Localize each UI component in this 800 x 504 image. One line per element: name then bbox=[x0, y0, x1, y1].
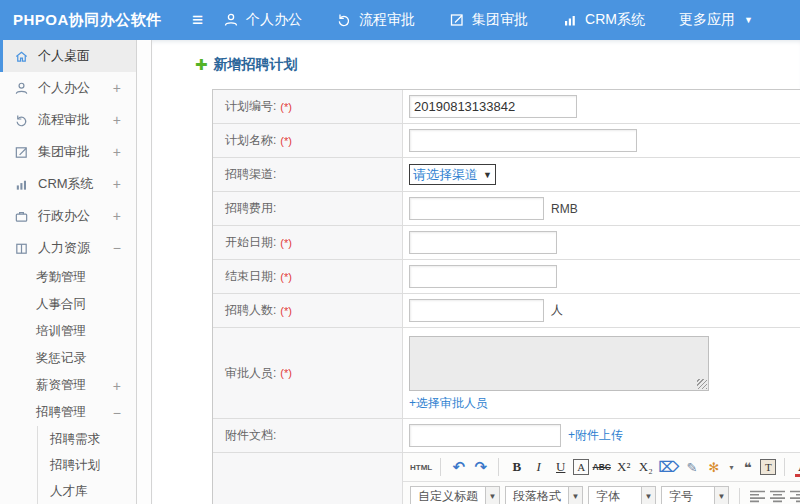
collapse-icon[interactable]: − bbox=[113, 405, 121, 421]
sidebar-item-recruit-plan[interactable]: 招聘计划 bbox=[38, 452, 136, 478]
field-label: 审批人员: bbox=[225, 365, 276, 382]
bold-icon[interactable]: B bbox=[507, 457, 526, 477]
collapse-icon[interactable]: − bbox=[113, 240, 121, 256]
font-color-icon[interactable]: A bbox=[793, 457, 800, 477]
superscript-icon[interactable]: X² bbox=[614, 457, 633, 477]
user-icon bbox=[223, 12, 239, 28]
toolbar-separator bbox=[784, 458, 785, 476]
edit-icon bbox=[13, 144, 29, 160]
align-left-icon[interactable] bbox=[750, 490, 765, 503]
sidebar-item-group-approval[interactable]: 集团审批 + bbox=[0, 136, 136, 168]
blockquote-icon[interactable]: ❝ bbox=[738, 457, 757, 477]
plan-number-input[interactable] bbox=[409, 95, 577, 118]
plan-name-input[interactable] bbox=[409, 129, 637, 152]
italic-icon[interactable]: I bbox=[529, 457, 548, 477]
chart-icon bbox=[13, 176, 29, 192]
nav-item-process-approval[interactable]: 流程审批 bbox=[336, 11, 415, 29]
align-center-icon[interactable] bbox=[770, 490, 785, 503]
nav-item-personal-office[interactable]: 个人办公 bbox=[223, 11, 302, 29]
auto-clean-icon[interactable]: ✻ bbox=[704, 457, 723, 477]
home-icon bbox=[13, 48, 29, 64]
underline-icon[interactable]: U bbox=[551, 457, 570, 477]
sidebar-item-attendance[interactable]: 考勤管理 bbox=[0, 264, 136, 291]
field-label: 开始日期: bbox=[225, 234, 276, 251]
sidebar-item-talent-pool[interactable]: 人才库 bbox=[38, 478, 136, 504]
paste-text-icon[interactable]: T bbox=[760, 459, 776, 475]
hamburger-menu-icon[interactable]: ≡ bbox=[192, 9, 203, 31]
sidebar-item-rewards[interactable]: 奖惩记录 bbox=[0, 345, 136, 372]
sidebar-item-recruitment[interactable]: 招聘管理 − bbox=[0, 399, 136, 426]
sidebar-item-admin-office[interactable]: 行政办公 + bbox=[0, 200, 136, 232]
editor-toolbar-row2: 自定义标题▼ 段落格式▼ 字体▼ 字号▼ ∞ bbox=[403, 482, 800, 504]
headcount-input[interactable] bbox=[409, 299, 544, 322]
format-brush-icon[interactable]: ✎ bbox=[682, 457, 701, 477]
field-label: 招聘渠道: bbox=[225, 166, 276, 183]
html-source-button[interactable]: HTML bbox=[410, 457, 432, 477]
fee-unit: RMB bbox=[551, 202, 578, 216]
sidebar-item-process-approval[interactable]: 流程审批 + bbox=[0, 104, 136, 136]
attachment-upload-link[interactable]: +附件上传 bbox=[568, 427, 623, 444]
undo-icon[interactable]: ↶ bbox=[449, 457, 468, 477]
approvers-textarea[interactable] bbox=[409, 336, 709, 391]
book-icon bbox=[13, 240, 29, 256]
toolbar-separator bbox=[440, 458, 441, 476]
form-row-plan-number: 计划编号:(*) bbox=[213, 90, 800, 124]
field-label: 招聘人数: bbox=[225, 302, 276, 319]
start-date-input[interactable] bbox=[409, 231, 557, 254]
attachment-input[interactable] bbox=[409, 424, 561, 447]
expand-icon[interactable]: + bbox=[113, 144, 121, 160]
sidebar-item-salary[interactable]: 薪资管理 + bbox=[0, 372, 136, 399]
form-row-editor: HTML ↶ ↷ B I U A ABC X² X₂ ⌦ ✎ bbox=[213, 453, 800, 504]
main-content: ✚ 新增招聘计划 计划编号:(*) 计划名称:(*) 招聘渠道: 请选择渠道 ▼ bbox=[152, 40, 800, 504]
subscript-icon[interactable]: X₂ bbox=[636, 457, 655, 477]
paragraph-format-select[interactable]: 段落格式▼ bbox=[505, 486, 583, 504]
form-row-headcount: 招聘人数:(*) 人 bbox=[213, 294, 800, 328]
expand-icon[interactable]: + bbox=[113, 176, 121, 192]
caret-down-icon[interactable]: ▾ bbox=[727, 457, 735, 477]
nav-item-crm[interactable]: CRM系统 bbox=[562, 11, 645, 29]
required-mark: (*) bbox=[280, 101, 292, 113]
font-family-select[interactable]: 字体▼ bbox=[588, 486, 656, 504]
expand-icon[interactable]: + bbox=[113, 112, 121, 128]
font-size-select[interactable]: 字号▼ bbox=[661, 486, 729, 504]
channel-select[interactable]: 请选择渠道 ▼ bbox=[409, 164, 496, 185]
fee-input[interactable] bbox=[409, 197, 544, 220]
caret-down-icon: ▼ bbox=[568, 487, 582, 504]
custom-heading-select[interactable]: 自定义标题▼ bbox=[410, 486, 500, 504]
top-navigation: 个人办公 流程审批 集团审批 CRM系统 更多应用 ▼ bbox=[223, 11, 753, 29]
form-row-channel: 招聘渠道: 请选择渠道 ▼ bbox=[213, 158, 800, 192]
expand-icon[interactable]: + bbox=[113, 208, 121, 224]
strikethrough-icon[interactable]: ABC bbox=[592, 457, 611, 477]
caret-down-icon: ▼ bbox=[641, 487, 655, 504]
nav-item-group-approval[interactable]: 集团审批 bbox=[449, 11, 528, 29]
remove-format-icon[interactable]: ⌦ bbox=[658, 457, 679, 477]
align-right-icon[interactable] bbox=[790, 490, 800, 503]
plus-icon: ✚ bbox=[195, 56, 208, 74]
form-row-start-date: 开始日期:(*) bbox=[213, 226, 800, 260]
sidebar-item-personal-office[interactable]: 个人办公 + bbox=[0, 72, 136, 104]
toolbar-separator bbox=[739, 488, 740, 504]
expand-icon[interactable]: + bbox=[113, 378, 121, 394]
sidebar-item-hr[interactable]: 人力资源 − bbox=[0, 232, 136, 264]
sidebar-item-crm[interactable]: CRM系统 + bbox=[0, 168, 136, 200]
caret-down-icon: ▼ bbox=[483, 170, 492, 180]
redo-icon[interactable]: ↷ bbox=[471, 457, 490, 477]
expand-icon[interactable]: + bbox=[113, 80, 121, 96]
sidebar-item-recruit-demand[interactable]: 招聘需求 bbox=[38, 426, 136, 452]
field-label: 招聘费用: bbox=[225, 200, 276, 217]
sidebar-item-hr-contract[interactable]: 人事合同 bbox=[0, 291, 136, 318]
nav-item-more-apps[interactable]: 更多应用 ▼ bbox=[679, 11, 753, 29]
sidebar-item-desktop[interactable]: 个人桌面 bbox=[0, 40, 136, 72]
char-border-icon[interactable]: A bbox=[573, 459, 589, 475]
sidebar-item-training[interactable]: 培训管理 bbox=[0, 318, 136, 345]
briefcase-icon bbox=[13, 208, 29, 224]
sidebar-splitter[interactable] bbox=[137, 40, 152, 504]
top-header: PHPOA协同办公软件 ≡ 个人办公 流程审批 集团审批 CRM系统 更多应用 … bbox=[0, 0, 800, 40]
required-mark: (*) bbox=[280, 237, 292, 249]
form-row-fee: 招聘费用: RMB bbox=[213, 192, 800, 226]
page-title: ✚ 新增招聘计划 bbox=[195, 56, 800, 74]
end-date-input[interactable] bbox=[409, 265, 557, 288]
process-icon bbox=[13, 112, 29, 128]
field-label: 计划编号: bbox=[225, 98, 276, 115]
select-approvers-link[interactable]: +选择审批人员 bbox=[409, 395, 488, 412]
